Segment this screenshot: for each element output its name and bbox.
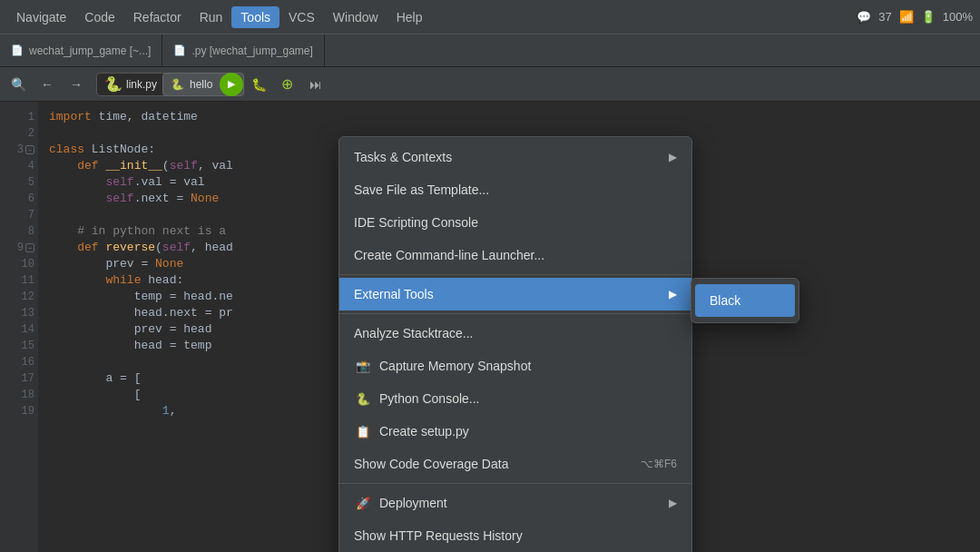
gutter-line-19: 19 [0, 403, 38, 419]
external-tools-label: External Tools [354, 287, 434, 301]
menu-code-coverage[interactable]: Show Code Coverage Data ⌥⌘F6 [339, 448, 691, 480]
menu-external-tools[interactable]: External Tools ▶ Black [339, 278, 691, 310]
toolbar: 🔍 ← → 🐍 link.py ✕ 🐍 hello ▼ ▶ 🐛 ⊕ ⏭ [0, 67, 980, 102]
code-line-1: import time, datetime [49, 109, 969, 125]
black-label: Black [710, 293, 740, 308]
active-file-label: link.py [126, 78, 157, 91]
run-config-icon: 🐍 [171, 78, 184, 91]
create-setup-label: Create setup.py [379, 424, 469, 439]
menu-save-template[interactable]: Save File as Template... [339, 173, 691, 206]
menu-refactor[interactable]: Refactor [124, 6, 191, 28]
code-coverage-shortcut: ⌥⌘F6 [641, 458, 677, 470]
menu-code[interactable]: Code [75, 6, 123, 28]
tab-label: wechat_jump_game [~...] [29, 44, 151, 57]
menu-capture-memory[interactable]: 📸 Capture Memory Snapshot [339, 350, 691, 382]
battery-percent: 100% [943, 10, 973, 24]
battery-icon: 🔋 [921, 10, 936, 24]
wifi-icon: 📶 [899, 10, 914, 24]
tasks-contexts-label: Tasks & Contexts [354, 150, 452, 164]
menu-help[interactable]: Help [387, 6, 432, 28]
gutter-line-5: 5 [0, 174, 38, 191]
tab-wechat-jump[interactable]: 📄 wechat_jump_game [~...] [0, 34, 162, 66]
submenu-black[interactable]: Black [695, 284, 795, 317]
coverage-button[interactable]: ⊕ [274, 72, 299, 97]
gutter-line-2: 2 [0, 125, 38, 142]
run-config-dropdown[interactable]: 🐍 hello ▼ [191, 72, 216, 97]
menu-python-console[interactable]: 🐍 Python Console... [339, 382, 691, 415]
menu-run[interactable]: Run [191, 6, 232, 28]
gutter-line-11: 11 [0, 272, 38, 289]
gutter-line-3[interactable]: 3– [0, 142, 38, 158]
gutter-line-8: 8 [0, 223, 38, 240]
run-button[interactable]: ▶ [220, 73, 243, 96]
divider-3 [339, 483, 691, 484]
ide-scripting-label: IDE Scripting Console [354, 215, 478, 230]
search-btn[interactable]: 🔍 [5, 72, 31, 97]
gutter-line-18: 18 [0, 387, 38, 403]
menu-http-history[interactable]: Show HTTP Requests History [339, 519, 691, 552]
deployment-label: Deployment [379, 496, 447, 510]
gutter-line-10: 10 [0, 256, 38, 272]
gutter-line-14: 14 [0, 321, 38, 338]
gutter-line-1: 1 [0, 109, 38, 125]
menu-navigate[interactable]: Navigate [7, 6, 75, 28]
menu-vcs[interactable]: VCS [279, 6, 324, 28]
debug-icon: 🐛 [251, 77, 267, 92]
external-tools-submenu[interactable]: Black [691, 278, 799, 323]
tasks-contexts-arrow: ▶ [669, 151, 677, 163]
deployment-icon: 🚀 [354, 494, 372, 512]
gutter-line-7: 7 [0, 207, 38, 223]
tools-menu[interactable]: Tasks & Contexts ▶ Save File as Template… [338, 136, 692, 552]
notification-count: 37 [878, 10, 891, 24]
run-icon: ▶ [228, 78, 235, 90]
gutter-line-16: 16 [0, 354, 38, 370]
camera-icon: 📸 [354, 357, 372, 375]
menubar-right: 💬 37 📶 🔋 100% [857, 10, 973, 24]
forward-btn[interactable]: → [64, 72, 89, 97]
file-tabbar: 📄 wechat_jump_game [~...] 📄 .py [wechat_… [0, 34, 980, 67]
gutter-line-13: 13 [0, 305, 38, 321]
tab-icon-2: 📄 [173, 44, 186, 56]
tab-label-2: .py [wechat_jump_game] [191, 44, 312, 57]
coverage-icon: ⊕ [281, 75, 293, 93]
code-coverage-label: Show Code Coverage Data [354, 457, 508, 471]
setup-icon: 📋 [354, 422, 372, 440]
forward-icon: → [70, 77, 83, 92]
gutter-line-9[interactable]: 9– [0, 240, 38, 256]
divider-2 [339, 313, 691, 314]
gutter-line-17: 17 [0, 370, 38, 387]
editor-area: 1 2 3– 4 5 6 7 8 9– 10 11 12 13 14 15 16… [0, 102, 980, 552]
menu-analyze-stacktrace[interactable]: Analyze Stacktrace... [339, 317, 691, 350]
debug-button[interactable]: 🐛 [247, 73, 270, 96]
menu-cmd-launcher[interactable]: Create Command-line Launcher... [339, 239, 691, 271]
menu-tasks-contexts[interactable]: Tasks & Contexts ▶ [339, 141, 691, 173]
http-history-label: Show HTTP Requests History [354, 528, 523, 543]
python-console-label: Python Console... [379, 391, 480, 406]
gutter-line-6: 6 [0, 191, 38, 207]
divider-1 [339, 274, 691, 275]
step-button[interactable]: ⏭ [303, 72, 328, 97]
gutter-line-12: 12 [0, 289, 38, 305]
run-config-label: hello [190, 78, 212, 91]
back-icon: ← [41, 77, 54, 92]
tab-wechat-jump-2[interactable]: 📄 .py [wechat_jump_game] [162, 34, 324, 66]
menu-tools[interactable]: Tools [231, 6, 279, 28]
external-tools-arrow: ▶ [669, 288, 677, 301]
step-icon: ⏭ [309, 77, 322, 92]
capture-memory-label: Capture Memory Snapshot [379, 359, 531, 373]
menu-ide-scripting[interactable]: IDE Scripting Console [339, 206, 691, 239]
gutter-line-4: 4 [0, 158, 38, 174]
deployment-arrow: ▶ [669, 497, 677, 509]
menu-create-setup[interactable]: 📋 Create setup.py [339, 415, 691, 448]
active-file-icon: 🐍 [104, 75, 122, 93]
menubar: Navigate Code Refactor Run Tools VCS Win… [0, 0, 980, 34]
menu-deployment[interactable]: 🚀 Deployment ▶ [339, 487, 691, 519]
back-btn[interactable]: ← [34, 72, 60, 97]
python-icon: 🐍 [354, 389, 372, 408]
save-template-label: Save File as Template... [354, 182, 489, 197]
analyze-stacktrace-label: Analyze Stacktrace... [354, 326, 474, 340]
cmd-launcher-label: Create Command-line Launcher... [354, 248, 544, 262]
menu-window[interactable]: Window [324, 6, 387, 28]
gutter-line-15: 15 [0, 338, 38, 354]
line-number-gutter: 1 2 3– 4 5 6 7 8 9– 10 11 12 13 14 15 16… [0, 102, 38, 552]
